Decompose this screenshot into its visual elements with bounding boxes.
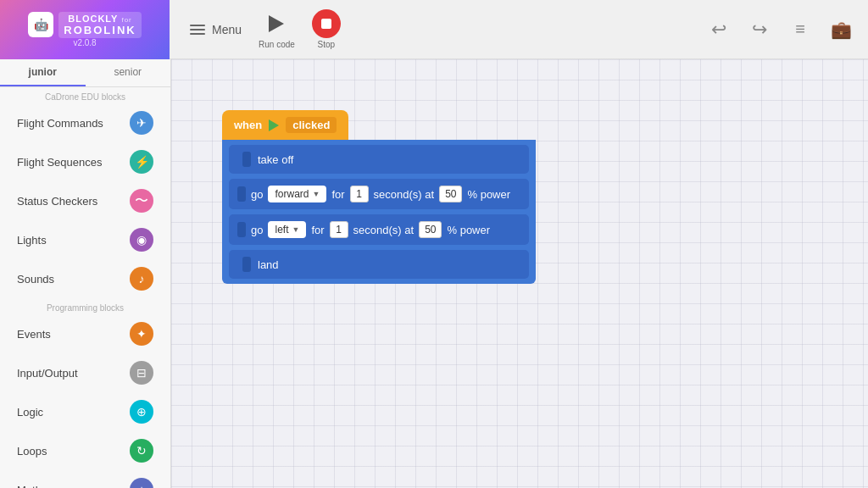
input-output-label: Input/Output — [17, 367, 78, 380]
tab-senior[interactable]: senior — [86, 59, 171, 86]
flight-sequences-icon: ⚡ — [130, 150, 153, 174]
loops-icon: ↻ — [130, 439, 153, 463]
math-icon: + — [130, 478, 153, 488]
events-label: Events — [17, 328, 51, 341]
toolbar-controls: Menu Run code Stop ↩ ↪ ≡ 💼 — [190, 9, 854, 49]
redo-icon: ↪ — [752, 19, 767, 41]
run-label: Run code — [259, 40, 295, 49]
block-notch-land — [242, 257, 251, 272]
sidebar-item-math[interactable]: Math + — [3, 471, 167, 488]
lights-icon: ◉ — [130, 228, 153, 252]
blockly-label: BLOCKLY — [68, 14, 118, 24]
stop-button[interactable] — [312, 9, 341, 38]
when-text: when — [234, 119, 262, 131]
undo-button[interactable]: ↩ — [705, 16, 732, 43]
duration-left-value[interactable]: 1 — [330, 221, 348, 238]
flight-commands-icon: ✈ — [130, 111, 153, 135]
menu-label: Menu — [212, 23, 242, 36]
clicked-text: clicked — [286, 117, 337, 133]
flight-sequences-label: Flight Sequences — [17, 156, 102, 169]
duration-forward-value[interactable]: 1 — [350, 186, 369, 202]
stop-label: Stop — [318, 40, 336, 49]
power-left-value[interactable]: 50 — [419, 221, 442, 238]
stop-icon — [321, 19, 331, 29]
sidebar: junior senior CaDrone EDU blocks Flight … — [0, 59, 171, 488]
options-button[interactable]: ≡ — [787, 16, 814, 43]
sidebar-item-events[interactable]: Events ✦ — [3, 315, 167, 352]
block-notch — [242, 152, 251, 167]
sidebar-item-status-checkers[interactable]: Status Checkers 〜 — [3, 182, 167, 219]
go-forward-block[interactable]: go forward ▼ for 1 second(s) at 50 % pow… — [229, 179, 529, 209]
undo-icon: ↩ — [711, 19, 726, 41]
land-block[interactable]: land — [229, 250, 529, 279]
sidebar-item-logic[interactable]: Logic ⊕ — [3, 393, 167, 430]
logic-label: Logic — [17, 406, 43, 419]
tab-row: junior senior — [0, 59, 170, 87]
sidebar-item-loops[interactable]: Loops ↻ — [3, 432, 167, 469]
dropdown-arrow: ▼ — [312, 190, 320, 198]
cadrone-section-label: CaDrone EDU blocks — [0, 87, 170, 103]
status-checkers-icon: 〜 — [130, 189, 153, 213]
power-text-left: % power — [447, 224, 490, 236]
sidebar-item-input-output[interactable]: Input/Output ⊟ — [3, 354, 167, 391]
redo-button[interactable]: ↪ — [746, 16, 773, 43]
stop-btn-area: Stop — [312, 9, 341, 49]
take-off-block[interactable]: take off — [229, 145, 529, 174]
sidebar-item-flight-commands[interactable]: Flight Commands ✈ — [3, 104, 167, 141]
land-label: land — [258, 258, 279, 271]
math-label: Math — [17, 484, 42, 489]
power-text-forward: % power — [467, 188, 510, 201]
logo-area: 🤖 BLOCKLY for ROBOLINK v2.0.8 — [0, 0, 170, 59]
for-label: for — [121, 16, 131, 24]
flight-commands-label: Flight Commands — [17, 117, 103, 130]
take-off-label: take off — [258, 153, 293, 166]
input-output-icon: ⊟ — [130, 361, 153, 385]
sidebar-item-lights[interactable]: Lights ◉ — [3, 221, 167, 258]
lights-label: Lights — [17, 234, 47, 247]
options-icon: ≡ — [795, 19, 805, 39]
seconds-text-left: second(s) at — [353, 224, 415, 236]
menu-button[interactable]: Menu — [190, 23, 242, 36]
sounds-icon: ♪ — [130, 267, 153, 291]
dropdown-arrow-left: ▼ — [292, 225, 299, 234]
direction-left-dropdown[interactable]: left ▼ — [268, 221, 306, 238]
bag-icon: 💼 — [831, 19, 852, 40]
logo-robot-icon: 🤖 — [28, 12, 53, 37]
robolink-label: ROBOLINK — [64, 24, 136, 36]
logic-icon: ⊕ — [130, 400, 153, 424]
block-notch-left — [237, 222, 246, 237]
run-btn-area: Run code — [259, 9, 295, 49]
play-icon — [269, 15, 284, 32]
go-label-forward: go — [251, 188, 263, 201]
loops-label: Loops — [17, 445, 47, 458]
when-clicked-block: when clicked — [222, 110, 348, 140]
tab-junior[interactable]: junior — [0, 59, 86, 86]
toolbar-right: ↩ ↪ ≡ 💼 — [705, 16, 854, 43]
status-checkers-label: Status Checkers — [17, 195, 97, 208]
sounds-label: Sounds — [17, 273, 54, 286]
direction-forward-dropdown[interactable]: forward ▼ — [268, 186, 326, 202]
go-left-block[interactable]: go left ▼ for 1 second(s) at 50 % power — [229, 214, 529, 245]
events-icon: ✦ — [130, 322, 153, 346]
block-container: when clicked take off go forward ▼ — [222, 110, 536, 284]
sidebar-item-flight-sequences[interactable]: Flight Sequences ⚡ — [3, 143, 167, 180]
power-forward-value[interactable]: 50 — [439, 186, 462, 202]
blocks-stack: take off go forward ▼ for 1 second(s) at… — [222, 140, 536, 284]
sidebar-item-sounds[interactable]: Sounds ♪ — [3, 260, 167, 297]
seconds-text-forward: second(s) at — [374, 188, 435, 201]
workspace[interactable]: when clicked take off go forward ▼ — [171, 59, 868, 488]
main-content: junior senior CaDrone EDU blocks Flight … — [0, 59, 868, 488]
bag-button[interactable]: 💼 — [827, 16, 854, 43]
run-button[interactable] — [262, 9, 291, 38]
for-text-left: for — [311, 224, 324, 236]
programming-section-label: Programming blocks — [0, 298, 170, 314]
hamburger-icon — [190, 25, 205, 35]
top-bar: 🤖 BLOCKLY for ROBOLINK v2.0.8 Menu Run c… — [0, 0, 868, 59]
version-label: v2.0.8 — [73, 38, 96, 47]
direction-forward-value: forward — [275, 188, 309, 200]
for-text-forward: for — [331, 188, 344, 201]
play-icon — [269, 119, 279, 131]
block-notch-forward — [237, 186, 246, 202]
direction-left-value: left — [275, 224, 288, 236]
go-label-left: go — [251, 224, 263, 236]
